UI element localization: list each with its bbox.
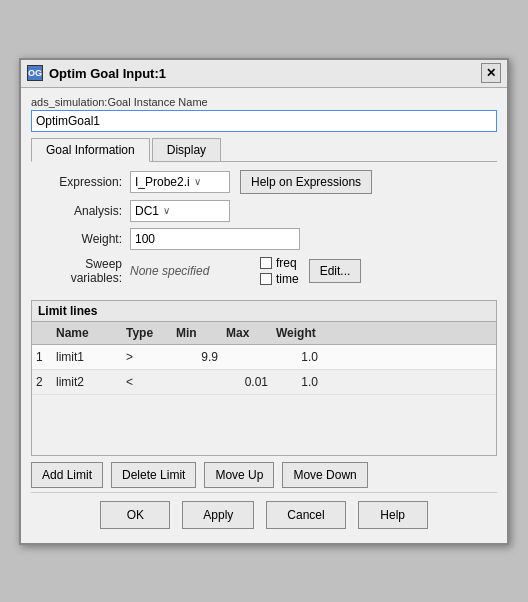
expression-label: Expression: — [35, 175, 130, 189]
form-area: Expression: I_Probe2.i ∨ Help on Express… — [31, 162, 497, 296]
tab-goal-information[interactable]: Goal Information — [31, 138, 150, 162]
col-index — [32, 324, 52, 342]
weight-input[interactable] — [130, 228, 300, 250]
dialog-title: Optim Goal Input:1 — [49, 66, 166, 81]
sweep-none-text: None specified — [130, 264, 250, 278]
edit-button[interactable]: Edit... — [309, 259, 362, 283]
sweep-variables-row: Sweepvariables: None specified freq time… — [35, 256, 493, 286]
cell-row1-weight: 1.0 — [272, 347, 322, 367]
cell-row1-index: 1 — [32, 347, 52, 367]
expression-select[interactable]: I_Probe2.i ∨ — [130, 171, 230, 193]
dialog-body: ads_simulation:Goal Instance Name Goal I… — [21, 88, 507, 543]
col-min: Min — [172, 324, 222, 342]
cell-row1-type: > — [122, 347, 172, 367]
title-bar-left: OG Optim Goal Input:1 — [27, 65, 166, 81]
cell-row1-min: 9.9 — [172, 347, 222, 367]
cancel-button[interactable]: Cancel — [266, 501, 345, 529]
analysis-label: Analysis: — [35, 204, 130, 218]
limit-lines-title: Limit lines — [32, 301, 496, 322]
expression-arrow: ∨ — [194, 176, 201, 187]
sweep-checkboxes: freq time — [260, 256, 299, 286]
cell-row2-max: 0.01 — [222, 372, 272, 392]
instance-name-label: ads_simulation:Goal Instance Name — [31, 96, 497, 108]
instance-name-input[interactable] — [31, 110, 497, 132]
analysis-select[interactable]: DC1 ∨ — [130, 200, 230, 222]
dialog-icon: OG — [27, 65, 43, 81]
weight-row: Weight: — [35, 228, 493, 250]
col-type: Type — [122, 324, 172, 342]
close-button[interactable]: ✕ — [481, 63, 501, 83]
table-row[interactable]: 1 limit1 > 9.9 1.0 — [32, 345, 496, 370]
cell-row1-name: limit1 — [52, 347, 122, 367]
freq-label: freq — [276, 256, 297, 270]
analysis-value: DC1 — [135, 204, 159, 218]
col-name: Name — [52, 324, 122, 342]
freq-checkbox-row: freq — [260, 256, 299, 270]
limit-lines-section: Limit lines Name Type Min Max Weight 1 l… — [31, 300, 497, 456]
cell-row1-max — [222, 347, 272, 367]
move-down-button[interactable]: Move Down — [282, 462, 367, 488]
weight-label: Weight: — [35, 232, 130, 246]
help-expressions-button[interactable]: Help on Expressions — [240, 170, 372, 194]
analysis-arrow: ∨ — [163, 205, 170, 216]
cell-row2-min — [172, 372, 222, 392]
time-label: time — [276, 272, 299, 286]
add-limit-button[interactable]: Add Limit — [31, 462, 103, 488]
table-body: 1 limit1 > 9.9 1.0 2 limit2 < 0.01 1.0 — [32, 345, 496, 455]
ok-button[interactable]: OK — [100, 501, 170, 529]
col-max: Max — [222, 324, 272, 342]
dialog-window: OG Optim Goal Input:1 ✕ ads_simulation:G… — [19, 58, 509, 545]
time-checkbox-row: time — [260, 272, 299, 286]
freq-checkbox[interactable] — [260, 257, 272, 269]
table-row[interactable]: 2 limit2 < 0.01 1.0 — [32, 370, 496, 395]
apply-button[interactable]: Apply — [182, 501, 254, 529]
expression-row: Expression: I_Probe2.i ∨ Help on Express… — [35, 170, 493, 194]
action-buttons: Add Limit Delete Limit Move Up Move Down — [31, 462, 497, 488]
sweep-label: Sweepvariables: — [35, 257, 130, 285]
bottom-buttons: OK Apply Cancel Help — [31, 492, 497, 535]
cell-row2-weight: 1.0 — [272, 372, 322, 392]
title-bar: OG Optim Goal Input:1 ✕ — [21, 60, 507, 88]
help-button[interactable]: Help — [358, 501, 428, 529]
move-up-button[interactable]: Move Up — [204, 462, 274, 488]
cell-row2-index: 2 — [32, 372, 52, 392]
cell-row2-type: < — [122, 372, 172, 392]
time-checkbox[interactable] — [260, 273, 272, 285]
delete-limit-button[interactable]: Delete Limit — [111, 462, 196, 488]
empty-rows — [32, 395, 496, 455]
tab-display[interactable]: Display — [152, 138, 221, 161]
analysis-row: Analysis: DC1 ∨ — [35, 200, 493, 222]
cell-row2-name: limit2 — [52, 372, 122, 392]
expression-value: I_Probe2.i — [135, 175, 190, 189]
tab-bar: Goal Information Display — [31, 138, 497, 162]
table-header: Name Type Min Max Weight — [32, 322, 496, 345]
col-weight: Weight — [272, 324, 322, 342]
